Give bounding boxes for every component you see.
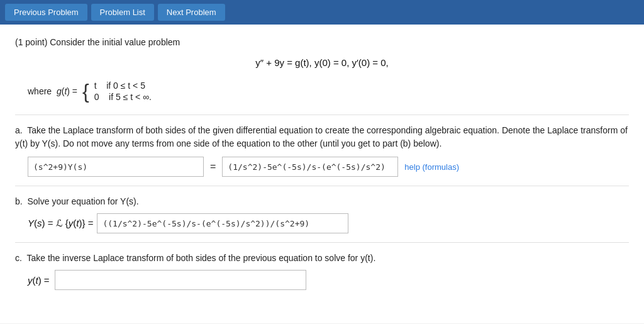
part-a-left-input[interactable] [28, 157, 204, 177]
case-1: t if 0 ≤ t < 5 [94, 81, 152, 91]
problem-header: (1 point) Consider the initial value pro… [15, 37, 629, 47]
part-b-input-row: Y(s) = ℒ {y(t)} = [28, 213, 629, 233]
part-b-section: b. Solve your equation for Y(s). Y(s) = … [15, 195, 629, 233]
next-problem-button[interactable]: Next Problem [158, 4, 225, 21]
piecewise-section: where g(t) = { t if 0 ≤ t < 5 0 if 5 ≤ t… [28, 81, 629, 102]
part-c-input[interactable] [55, 270, 306, 290]
case-2: 0 if 5 ≤ t < ∞. [94, 92, 152, 102]
divider-a [15, 115, 629, 115]
part-b-input[interactable] [97, 213, 348, 233]
brace-icon: { [82, 81, 89, 101]
part-a-right-input[interactable] [222, 157, 398, 177]
part-c-label: c. Take the inverse Laplace transform of… [15, 252, 629, 265]
divider-b [15, 186, 629, 186]
part-c-section: c. Take the inverse Laplace transform of… [15, 252, 629, 290]
problem-list-button[interactable]: Problem List [91, 4, 154, 21]
part-c-answer-label: y(t) = [28, 275, 50, 286]
piecewise-cases: t if 0 ≤ t < 5 0 if 5 ≤ t < ∞. [94, 81, 152, 102]
content-area: (1 point) Consider the initial value pro… [0, 25, 644, 323]
main-equation: y″ + 9y = g(t), y(0) = 0, y′(0) = 0, [15, 57, 629, 68]
part-c-input-row: y(t) = [28, 270, 629, 290]
top-nav: Previous Problem Problem List Next Probl… [0, 0, 644, 25]
solve-label: Y(s) = ℒ {y(t)} = [28, 218, 93, 229]
part-a-section: a. Take the Laplace transform of both si… [15, 124, 629, 177]
part-a-label: a. Take the Laplace transform of both si… [15, 124, 629, 150]
part-a-input-row: = help (formulas) [28, 157, 629, 177]
part-a-equals: = [210, 161, 216, 172]
where-label: where g(t) = [28, 86, 77, 96]
prev-problem-button[interactable]: Previous Problem [5, 4, 87, 21]
divider-c [15, 242, 629, 243]
part-b-label: b. Solve your equation for Y(s). [15, 195, 629, 208]
help-formulas-link[interactable]: help (formulas) [404, 162, 459, 172]
